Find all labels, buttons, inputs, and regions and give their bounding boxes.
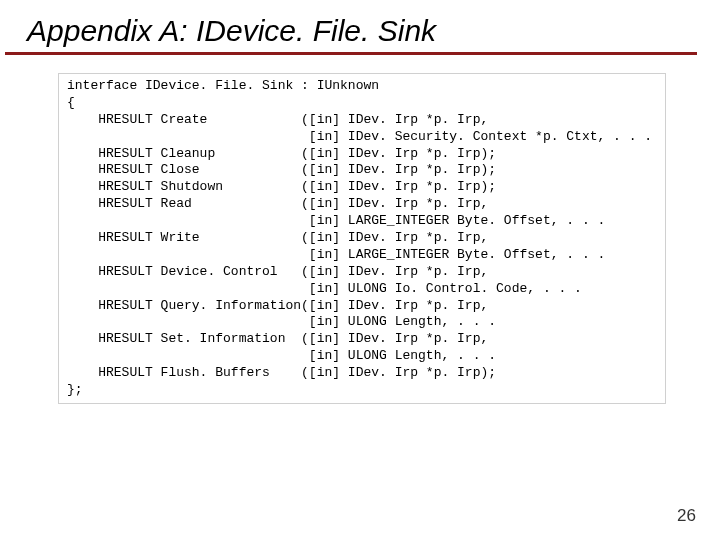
code-line-5: HRESULT Read ([in] IDev. Irp *p. Irp, [67,196,488,211]
code-line-6: [in] LARGE_INTEGER Byte. Offset, . . . [67,213,605,228]
code-line-15: HRESULT Flush. Buffers ([in] IDev. Irp *… [67,365,496,380]
code-line-12: [in] ULONG Length, . . . [67,314,496,329]
code-line-9: HRESULT Device. Control ([in] IDev. Irp … [67,264,488,279]
code-block: interface IDevice. File. Sink : IUnknown… [58,73,666,404]
code-line-8: [in] LARGE_INTEGER Byte. Offset, . . . [67,247,605,262]
page-title: Appendix A: IDevice. File. Sink [5,0,697,55]
code-line-10: [in] ULONG Io. Control. Code, . . . [67,281,582,296]
code-line-1: [in] IDev. Security. Context *p. Ctxt, .… [67,129,652,144]
code-line-14: [in] ULONG Length, . . . [67,348,496,363]
code-line-4: HRESULT Shutdown ([in] IDev. Irp *p. Irp… [67,179,496,194]
code-line-13: HRESULT Set. Information ([in] IDev. Irp… [67,331,488,346]
code-line-2: HRESULT Cleanup ([in] IDev. Irp *p. Irp)… [67,146,496,161]
code-header: interface IDevice. File. Sink : IUnknown [67,78,379,93]
code-close-brace: }; [67,382,83,397]
code-line-7: HRESULT Write ([in] IDev. Irp *p. Irp, [67,230,488,245]
page-number: 26 [677,506,696,526]
code-line-3: HRESULT Close ([in] IDev. Irp *p. Irp); [67,162,496,177]
code-line-0: HRESULT Create ([in] IDev. Irp *p. Irp, [67,112,488,127]
code-open-brace: { [67,95,75,110]
code-line-11: HRESULT Query. Information([in] IDev. Ir… [67,298,488,313]
